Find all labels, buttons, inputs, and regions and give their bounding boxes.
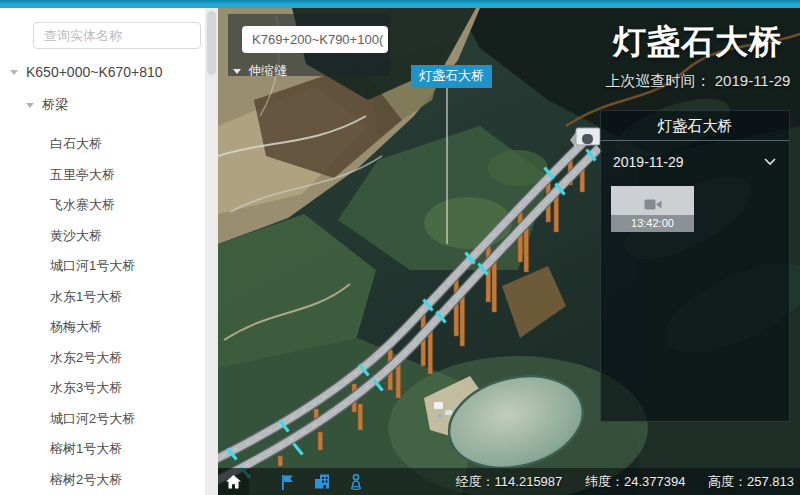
inspection-panel: 灯盏石大桥 2019-11-29 13:42:00 bbox=[600, 110, 790, 422]
chevron-down-icon[interactable] bbox=[763, 157, 777, 166]
top-accent-bar bbox=[0, 0, 800, 8]
bridge-list-item[interactable]: 城口河1号大桥 bbox=[0, 251, 205, 282]
layer-node-expansion-joint[interactable]: 伸缩缝 bbox=[233, 62, 287, 76]
entity-sidebar: K650+000~K670+810 桥梁 白石大桥 五里亭大桥 飞水寨大桥 黄沙… bbox=[0, 8, 218, 495]
range-select[interactable]: K769+200~K790+100( bbox=[242, 26, 388, 53]
bridge-list-item[interactable]: 榕树2号大桥 bbox=[0, 465, 205, 495]
bridge-list-item[interactable]: 飞水寨大桥 bbox=[0, 190, 205, 221]
tree-caret-icon bbox=[233, 69, 241, 74]
flag-button[interactable] bbox=[279, 473, 296, 490]
bridge-list-item[interactable]: 杨梅大桥 bbox=[0, 312, 205, 343]
building-button[interactable] bbox=[313, 473, 330, 490]
layer-label: 伸缩缝 bbox=[248, 62, 287, 76]
longitude-value: 经度：114.215987 bbox=[456, 474, 563, 489]
latitude-value: 纬度：24.377394 bbox=[585, 474, 685, 489]
inspection-date: 2019-11-29 bbox=[613, 154, 684, 170]
altitude-value: 高度：257.813 bbox=[708, 474, 794, 489]
bridge-list-item[interactable]: 城口河2号大桥 bbox=[0, 404, 205, 435]
coordinate-readout: 经度：114.215987 纬度：24.377394 高度：257.813 bbox=[456, 473, 800, 491]
search-input[interactable] bbox=[33, 22, 201, 49]
tree-node-label: K650+000~K670+810 bbox=[26, 64, 163, 80]
inspection-video-thumbnail[interactable]: 13:42:00 bbox=[611, 186, 694, 232]
bridge-title-block: 灯盏石大桥 上次巡查时间： 2019-11-29 bbox=[600, 20, 796, 91]
scrollbar-thumb[interactable] bbox=[207, 11, 216, 75]
bridge-list-item[interactable]: 水东3号大桥 bbox=[0, 373, 205, 404]
pegman-icon bbox=[349, 474, 363, 490]
bridge-list-item[interactable]: 水东1号大桥 bbox=[0, 282, 205, 313]
bridge-list-item[interactable]: 白石大桥 bbox=[0, 129, 205, 160]
bridge-monitoring-app: K650+000~K670+810 桥梁 白石大桥 五里亭大桥 飞水寨大桥 黄沙… bbox=[0, 0, 800, 495]
bridge-list-item[interactable]: 黄沙大桥 bbox=[0, 221, 205, 252]
map-status-bar: 经度：114.215987 纬度：24.377394 高度：257.813 bbox=[218, 468, 800, 495]
pegman-button[interactable] bbox=[347, 473, 364, 490]
building-structure bbox=[434, 402, 443, 409]
bridge-list: 白石大桥 五里亭大桥 飞水寨大桥 黄沙大桥 城口河1号大桥 水东1号大桥 杨梅大… bbox=[0, 129, 205, 495]
flag-icon bbox=[280, 474, 295, 490]
sidebar-scrollbar[interactable] bbox=[205, 8, 218, 495]
building-icon bbox=[314, 474, 330, 489]
map-bridge-tag[interactable]: 灯盏石大桥 bbox=[411, 65, 492, 88]
bridge-list-item[interactable]: 水东2号大桥 bbox=[0, 343, 205, 374]
tree-caret-icon bbox=[10, 70, 18, 75]
inspection-date-row[interactable]: 2019-11-29 bbox=[601, 152, 789, 172]
page-title: 灯盏石大桥 bbox=[600, 20, 796, 65]
map-viewport[interactable]: K769+200~K790+100( 伸缩缝 灯盏石大桥 灯盏石大桥 上次巡查时… bbox=[218, 8, 800, 495]
bridge-list-item[interactable]: 榕树1号大桥 bbox=[0, 434, 205, 465]
tree-node-label: 桥梁 bbox=[42, 96, 68, 114]
panel-header: 灯盏石大桥 bbox=[601, 111, 789, 141]
video-camera-icon bbox=[644, 198, 662, 211]
home-button[interactable] bbox=[218, 468, 249, 495]
tree-caret-icon bbox=[26, 103, 34, 108]
bridge-list-item[interactable]: 五里亭大桥 bbox=[0, 160, 205, 191]
tree-node-route[interactable]: K650+000~K670+810 bbox=[0, 61, 205, 83]
thumbnail-timestamp: 13:42:00 bbox=[611, 215, 694, 232]
last-patrol-time: 上次巡查时间： 2019-11-29 bbox=[600, 72, 796, 91]
home-icon bbox=[226, 475, 241, 489]
range-filter-panel: K769+200~K790+100( 伸缩缝 bbox=[228, 14, 390, 76]
tree-node-bridges[interactable]: 桥梁 bbox=[0, 94, 205, 116]
